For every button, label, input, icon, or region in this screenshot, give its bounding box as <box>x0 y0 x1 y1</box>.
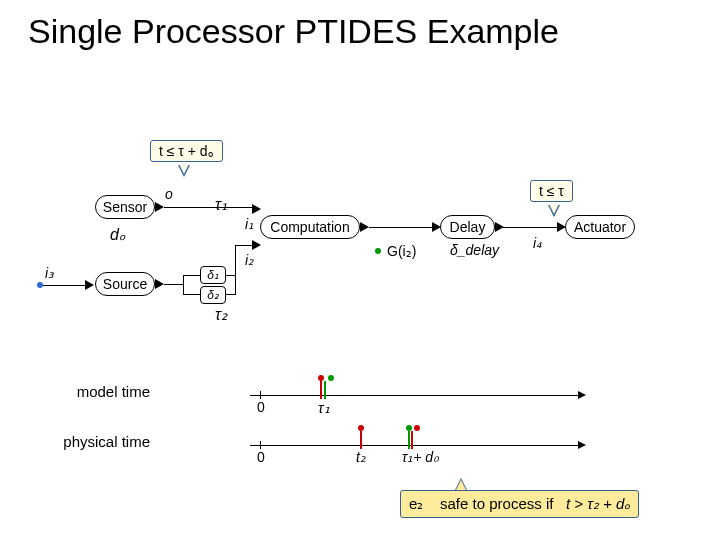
sensor-out-port <box>155 202 164 212</box>
model-timeline: model time 0 τ₁ <box>160 385 590 415</box>
model-tau1-green <box>324 381 326 399</box>
comp-input-i2: i₂ <box>245 252 254 268</box>
source-out-port <box>155 279 164 289</box>
safe-text: safe to process if <box>440 495 553 512</box>
slide-title: Single Processor PTIDES Example <box>28 12 559 51</box>
sensor-output-o: o <box>165 186 173 202</box>
callout-sensor-constraint: t ≤ τ + dₒ <box>150 140 223 162</box>
physical-t2-red <box>360 431 362 449</box>
safe-cond: t > τ₂ + dₒ <box>566 495 630 512</box>
comp-in2-port <box>252 240 261 250</box>
wire-delay-act <box>503 227 563 228</box>
physical-tau1d0-red <box>411 431 413 449</box>
physical-tick-0 <box>260 441 261 449</box>
comp-in1-port <box>252 204 261 214</box>
physical-axis-arrow <box>578 441 586 449</box>
model-time-label: model time <box>40 383 150 400</box>
computation-box: Computation <box>260 215 360 239</box>
i3-port <box>85 280 94 290</box>
physical-axis <box>250 445 580 446</box>
delta-delay-label: δ_delay <box>450 242 499 258</box>
wire-merge-to-comp <box>235 245 253 246</box>
wire-to-delta2 <box>183 294 201 295</box>
physical-tau1d0-dot-g <box>406 425 412 431</box>
delta1-box: δ₁ <box>200 266 226 284</box>
safe-callout: e₂ safe to process if t > τ₂ + dₒ <box>400 490 639 518</box>
model-tau1-red <box>320 381 322 399</box>
physical-tau1d0-text: τ₁+ d₀ <box>402 449 439 465</box>
wire-delta-merge <box>235 245 236 295</box>
i4-label: i₄ <box>533 235 542 251</box>
sensor-box: Sensor <box>95 195 155 219</box>
physical-time-label: physical time <box>40 433 150 450</box>
computation-label: Computation <box>270 219 349 235</box>
wire-to-delta1 <box>183 275 201 276</box>
wire-sensor-comp <box>164 207 254 208</box>
physical-timeline: physical time 0 t₂ τ₁+ d₀ <box>160 435 590 465</box>
delay-in-port <box>432 222 441 232</box>
callout-sensor-tail-fill <box>179 164 189 174</box>
model-axis-arrow <box>578 391 586 399</box>
tau2-label: τ₂ <box>215 305 227 324</box>
source-label: Source <box>103 276 147 292</box>
model-tau1-dot-red <box>318 375 324 381</box>
physical-tau1d0-green <box>408 431 410 449</box>
physical-tau1d0-label: τ₁+ d₀ <box>402 449 439 465</box>
wire-i3 <box>43 285 87 286</box>
comp-input-i1: i₁ <box>245 216 254 232</box>
physical-t2-label: t₂ <box>356 449 366 465</box>
physical-tau1d0-dot-r <box>414 425 420 431</box>
wire-comp-delay <box>369 227 439 228</box>
safe-e2: e₂ <box>409 495 423 512</box>
tau1-label: τ₁ <box>215 195 227 214</box>
delta2-label: δ₂ <box>207 288 219 302</box>
actuator-box: Actuator <box>565 215 635 239</box>
wire-source-split <box>183 275 184 295</box>
callout-sensor-text: t ≤ τ + dₒ <box>159 143 214 159</box>
model-zero: 0 <box>257 399 265 415</box>
i3-label: i₃ <box>45 265 54 281</box>
delay-label: Delay <box>450 219 486 235</box>
sensor-label: Sensor <box>103 199 147 215</box>
delay-box: Delay <box>440 215 495 239</box>
wire-source <box>164 284 184 285</box>
physical-t2-dot <box>358 425 364 431</box>
source-box: Source <box>95 272 155 296</box>
comp-out-port <box>360 222 369 232</box>
delta1-label: δ₁ <box>207 268 219 282</box>
d-o-label: dₒ <box>110 225 126 244</box>
model-tick-0 <box>260 391 261 399</box>
actuator-label: Actuator <box>574 219 626 235</box>
block-diagram: Sensor o dₒ τ₁ i₁ Computation i₂ G(i₂) S… <box>55 180 635 370</box>
actuator-in-port <box>557 222 566 232</box>
safe-tail-fill <box>456 480 466 490</box>
model-axis <box>250 395 580 396</box>
physical-zero: 0 <box>257 449 265 465</box>
g-i2-label: G(i₂) <box>387 243 416 259</box>
model-tau1-dot-green <box>328 375 334 381</box>
model-tau1-label: τ₁ <box>318 399 330 417</box>
delta2-box: δ₂ <box>200 286 226 304</box>
green-dot-gi2 <box>375 248 381 254</box>
